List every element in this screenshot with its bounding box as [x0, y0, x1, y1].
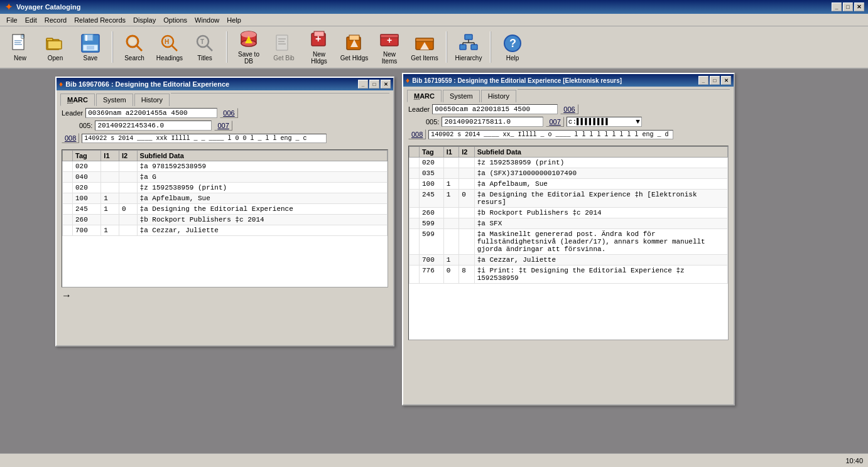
window2-leader-value[interactable]: 00650cam a22001815 4500 — [432, 104, 558, 114]
window2-007-button[interactable]: 007 — [546, 117, 563, 127]
window1-008-value[interactable]: 140922 s 2014 ____ xxk Illll _ _ ____ l … — [82, 134, 327, 143]
window1-close[interactable]: ✕ — [381, 80, 391, 89]
window1-008-button[interactable]: 008 — [62, 133, 79, 143]
window1-minimize[interactable]: _ — [358, 80, 368, 89]
svg-rect-44 — [465, 35, 472, 40]
table-row[interactable]: 245 1 0 ‡a Designing the Editorial Exper… — [410, 190, 728, 208]
table-row[interactable]: 020 ‡z 1592538959 (print) — [410, 158, 728, 168]
close-button[interactable]: ✕ — [854, 3, 864, 11]
maximize-button[interactable]: □ — [843, 3, 853, 11]
window2-title-bar[interactable]: ♦ Bib 16719559 : Designing the Editorial… — [403, 74, 734, 87]
new-button[interactable]: New — [4, 29, 36, 65]
titles-button[interactable]: T Titles — [188, 29, 221, 65]
table-row[interactable]: 100 1 ‡a Apfelbaum, Sue — [63, 193, 388, 204]
tag-cell: 100 — [73, 193, 101, 204]
subfield-cell: ‡i Print: ‡t Designing the Editorial Exp… — [474, 266, 727, 284]
window2-maximize[interactable]: □ — [710, 76, 720, 85]
save-button[interactable]: Save — [74, 29, 107, 65]
title-bar: ✦ Voyager Cataloging _ □ ✕ — [0, 0, 868, 14]
subfield-cell: ‡z 1592538959 (print) — [474, 158, 727, 168]
window2-tab-system[interactable]: System — [443, 90, 480, 102]
table-row[interactable]: 776 0 8 ‡i Print: ‡t Designing the Edito… — [410, 266, 728, 284]
row-indicator — [63, 183, 73, 193]
window1-007-button[interactable]: 007 — [214, 121, 232, 131]
window2-005-value[interactable]: 20140902175811.0 — [442, 117, 543, 127]
minimize-button[interactable]: _ — [832, 3, 842, 11]
newitems-button[interactable]: + New Items — [373, 29, 406, 65]
row-indicator — [410, 179, 420, 190]
table-row[interactable]: 245 1 0 ‡a Designing the Editorial Exper… — [63, 204, 388, 215]
window1-fixed-fields: Leader 00369nam a22001455a 4500 006 005:… — [57, 105, 393, 148]
window1-005-value[interactable]: 20140922145346.0 — [95, 121, 212, 131]
svg-rect-42 — [416, 38, 433, 41]
window2-008-button[interactable]: 008 — [408, 129, 426, 139]
hierarchy-button[interactable]: Hierarchy — [452, 29, 485, 65]
menu-related-records[interactable]: Related Records — [70, 15, 129, 25]
tag-cell: 599 — [420, 218, 444, 229]
i1-cell: 1 — [443, 179, 458, 190]
separator-3 — [446, 31, 447, 63]
menu-record[interactable]: Record — [41, 15, 70, 25]
i2-cell — [459, 158, 474, 168]
table-row[interactable]: 260 ‡b Rockport Publishers ‡c 2014 — [63, 215, 388, 225]
gethdgs-button[interactable]: Get Hldgs — [338, 29, 371, 65]
window1-col-tag: Tag — [73, 151, 101, 161]
menu-file[interactable]: File — [3, 15, 21, 25]
window2-minimize[interactable]: _ — [698, 76, 708, 85]
window2-006-button[interactable]: 006 — [560, 104, 578, 114]
svg-rect-36 — [349, 35, 359, 40]
getbib-label: Get Bib — [273, 55, 294, 62]
i1-cell — [443, 208, 458, 218]
gethdgs-icon — [344, 33, 364, 53]
window2-007-dropdown[interactable]: c:▌▌▌▌▌▌▌▌ ▼ — [567, 117, 642, 127]
window1-leader-value[interactable]: 00369nam a22001455a 4500 — [85, 108, 217, 118]
open-button[interactable]: Open — [39, 29, 72, 65]
savetodb-button[interactable]: Save to DB — [232, 29, 265, 65]
svg-rect-45 — [460, 45, 466, 50]
window2-marc-table-container[interactable]: Tag I1 I2 Subfield Data 020 ‡z 159253895… — [408, 146, 729, 340]
i2-cell — [119, 215, 137, 225]
window1-title-bar[interactable]: ♦ Bib 16967066 : Designing the Editorial… — [57, 78, 393, 90]
window1-marc-table: Tag I1 I2 Subfield Data 020 ‡a 978159253… — [62, 150, 388, 236]
window2-005-label: 005: — [426, 118, 439, 126]
newhdgs-button[interactable]: + New Hldgs — [303, 29, 335, 65]
table-row[interactable]: 599 ‡a Maskinellt genererad post. Ändra … — [410, 229, 728, 255]
table-row[interactable]: 700 1 ‡a Cezzar, Juliette — [63, 225, 388, 236]
menu-window[interactable]: Window — [191, 15, 223, 25]
i2-cell: 0 — [459, 190, 474, 208]
search-button[interactable]: Search — [118, 29, 151, 65]
window2-tab-marc[interactable]: MARC — [407, 90, 442, 102]
table-row[interactable]: 260 ‡b Rockport Publishers ‡c 2014 — [410, 208, 728, 218]
headings-button[interactable]: H Headings — [153, 29, 186, 65]
menu-display[interactable]: Display — [129, 15, 160, 25]
getbib-button[interactable]: Get Bib — [268, 29, 300, 65]
table-row[interactable]: 035 ‡a (SFX)3710000000107490 — [410, 168, 728, 179]
table-row[interactable]: 020 ‡z 1592538959 (print) — [63, 183, 388, 193]
window1-icon: ♦ — [59, 80, 63, 89]
window1-tab-marc[interactable]: MARC — [60, 94, 95, 106]
menu-help[interactable]: Help — [223, 15, 245, 25]
window1-maximize[interactable]: □ — [369, 80, 379, 89]
tag-cell: 700 — [420, 255, 444, 266]
help-button[interactable]: ? Help — [496, 29, 529, 65]
window2-title: Bib 16719559 : Designing the Editorial E… — [412, 77, 622, 84]
window2-008-value[interactable]: 140902 s 2014 ____ xx_ Illll _ o ____ l … — [428, 130, 673, 139]
gethdgs-label: Get Hldgs — [340, 55, 368, 62]
table-row[interactable]: 100 1 ‡a Apfelbaum, Sue — [410, 179, 728, 190]
help-icon: ? — [502, 33, 523, 53]
window1-006-button[interactable]: 006 — [220, 108, 237, 118]
window2-close[interactable]: ✕ — [721, 76, 731, 85]
menu-options[interactable]: Options — [160, 15, 191, 25]
table-row[interactable]: 020 ‡a 9781592538959 — [63, 161, 388, 172]
window1-col-i2: I2 — [119, 151, 137, 161]
window1-tab-history[interactable]: History — [134, 94, 170, 106]
subfield-cell: ‡a Designing the Editorial Experience — [137, 204, 387, 215]
i2-cell — [459, 168, 474, 179]
getitems-button[interactable]: Get Items — [408, 29, 441, 65]
window2-tab-history[interactable]: History — [481, 90, 516, 102]
menu-edit[interactable]: Edit — [21, 15, 41, 25]
table-row[interactable]: 700 1 ‡a Cezzar, Juliette — [410, 255, 728, 266]
window1-tab-system[interactable]: System — [96, 94, 133, 106]
table-row[interactable]: 040 ‡a G — [63, 172, 388, 183]
table-row[interactable]: 599 ‡a SFX — [410, 218, 728, 229]
